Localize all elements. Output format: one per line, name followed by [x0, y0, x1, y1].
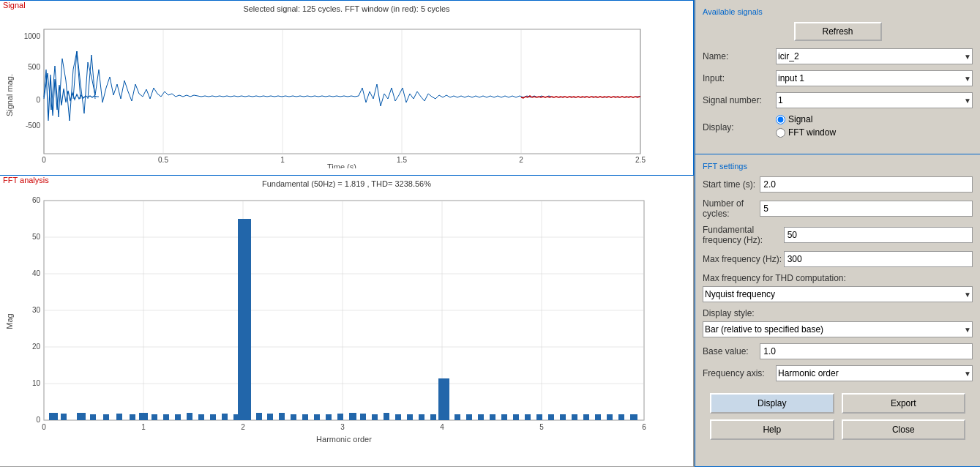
refresh-button[interactable]: Refresh [794, 22, 882, 41]
svg-text:2: 2 [241, 423, 245, 431]
input-select[interactable]: input 1 [776, 70, 973, 86]
name-select[interactable]: icir_2 [776, 48, 973, 64]
display-fft-text: FFT window [788, 127, 836, 138]
svg-rect-62 [163, 414, 169, 420]
svg-text:2: 2 [519, 156, 523, 164]
bottom-buttons: Display Export [703, 387, 973, 419]
signal-chart-area: Selected signal: 125 cycles. FFT window … [0, 1, 693, 175]
svg-rect-70 [256, 413, 262, 420]
display-fft-radio[interactable] [776, 128, 785, 138]
svg-text:Mag: Mag [5, 313, 14, 329]
right-panel: Available signals Refresh Name: icir_2 ▼… [695, 0, 980, 467]
signal-number-row: Signal number: 1 ▼ [703, 92, 973, 108]
fft-chart-title: Fundamental (50Hz) = 1.819 , THD= 3238.5… [4, 179, 689, 188]
svg-rect-69 [238, 219, 251, 420]
svg-text:0: 0 [42, 423, 46, 431]
svg-text:40: 40 [32, 269, 41, 277]
max-freq-thd-select-wrapper: Nyquist frequency ▼ [703, 286, 973, 302]
export-button[interactable]: Export [842, 393, 966, 414]
display-style-select[interactable]: Bar (relative to specified base) [703, 321, 973, 337]
svg-text:20: 20 [32, 343, 41, 351]
svg-rect-56 [90, 414, 96, 420]
fundamental-freq-row: Fundamental frequency (Hz): [703, 225, 973, 245]
frequency-axis-select[interactable]: Harmonic order [776, 365, 973, 381]
svg-rect-59 [130, 414, 135, 420]
svg-rect-65 [198, 414, 204, 420]
display-signal-radio[interactable] [776, 115, 785, 124]
svg-rect-53 [49, 413, 58, 420]
signal-chart-svg: Signal mag. 1000 500 0 [4, 15, 659, 168]
start-time-label: Start time (s): [703, 179, 760, 190]
display-signal-radio-label[interactable]: Signal [776, 114, 836, 124]
svg-rect-60 [139, 413, 148, 420]
svg-text:1: 1 [280, 156, 285, 164]
base-value-input[interactable] [760, 343, 973, 359]
main-container: Signal Selected signal: 125 cycles. FFT … [0, 0, 980, 467]
svg-text:50: 50 [32, 233, 41, 241]
svg-rect-88 [466, 414, 472, 420]
signal-number-select[interactable]: 1 [776, 92, 973, 108]
fundamental-freq-input[interactable] [784, 227, 973, 243]
svg-rect-57 [103, 414, 109, 420]
svg-rect-91 [501, 414, 507, 420]
svg-rect-80 [372, 414, 378, 420]
svg-rect-55 [61, 414, 67, 420]
fft-section-label: FFT analysis [1, 176, 51, 184]
svg-rect-95 [548, 414, 554, 420]
signal-number-select-wrapper: 1 ▼ [776, 92, 973, 108]
max-freq-input[interactable] [784, 251, 973, 267]
signal-chart-title: Selected signal: 125 cycles. FFT window … [4, 4, 689, 13]
svg-rect-97 [572, 414, 577, 420]
close-button[interactable]: Close [842, 419, 966, 440]
name-select-wrapper: icir_2 ▼ [776, 48, 973, 64]
start-time-input[interactable] [760, 176, 973, 193]
name-row: Name: icir_2 ▼ [703, 48, 973, 64]
svg-text:0.5: 0.5 [158, 156, 168, 164]
svg-rect-86 [438, 378, 449, 420]
base-value-row: Base value: [703, 343, 973, 359]
max-freq-thd-select[interactable]: Nyquist frequency [703, 286, 973, 302]
signal-y-label: Signal mag. [5, 74, 14, 116]
svg-rect-87 [455, 414, 460, 420]
svg-rect-54 [77, 413, 86, 420]
signal-number-label: Signal number: [703, 95, 776, 105]
max-freq-label: Max frequency (Hz): [703, 254, 784, 264]
max-freq-thd-label: Max frequency for THD computation: [703, 273, 846, 283]
svg-rect-73 [291, 414, 296, 420]
svg-text:1: 1 [141, 423, 146, 431]
svg-text:0: 0 [36, 416, 40, 424]
display-fft-radio-label[interactable]: FFT window [776, 127, 836, 138]
num-cycles-input[interactable] [760, 201, 973, 217]
display-button[interactable]: Display [710, 393, 834, 414]
svg-rect-66 [210, 414, 216, 420]
svg-rect-79 [360, 414, 366, 420]
svg-text:4: 4 [440, 423, 444, 431]
input-label: Input: [703, 73, 776, 83]
svg-rect-101 [618, 414, 624, 420]
svg-rect-63 [175, 414, 181, 420]
svg-text:0: 0 [42, 156, 46, 164]
svg-text:Harmonic order: Harmonic order [316, 435, 372, 444]
name-label: Name: [703, 51, 776, 61]
svg-rect-67 [222, 414, 228, 420]
svg-rect-78 [349, 413, 356, 420]
display-row: Display: Signal FFT window [703, 114, 973, 141]
svg-rect-71 [267, 414, 273, 420]
svg-rect-82 [395, 414, 401, 420]
svg-text:1.5: 1.5 [397, 156, 407, 164]
svg-text:2.5: 2.5 [635, 156, 646, 164]
svg-rect-74 [302, 414, 308, 420]
svg-rect-94 [536, 414, 542, 420]
display-signal-text: Signal [788, 114, 812, 124]
svg-rect-100 [607, 414, 613, 420]
svg-text:1000: 1000 [24, 32, 41, 40]
svg-text:-500: -500 [26, 122, 40, 130]
available-signals-header: Available signals [703, 7, 973, 16]
svg-rect-84 [419, 414, 424, 420]
svg-text:Time (s): Time (s) [327, 162, 356, 168]
display-style-label: Display style: [703, 308, 755, 318]
num-cycles-label: Number of cycles: [703, 198, 760, 219]
svg-rect-10 [44, 29, 640, 154]
svg-rect-99 [595, 414, 601, 420]
help-button[interactable]: Help [710, 419, 834, 440]
